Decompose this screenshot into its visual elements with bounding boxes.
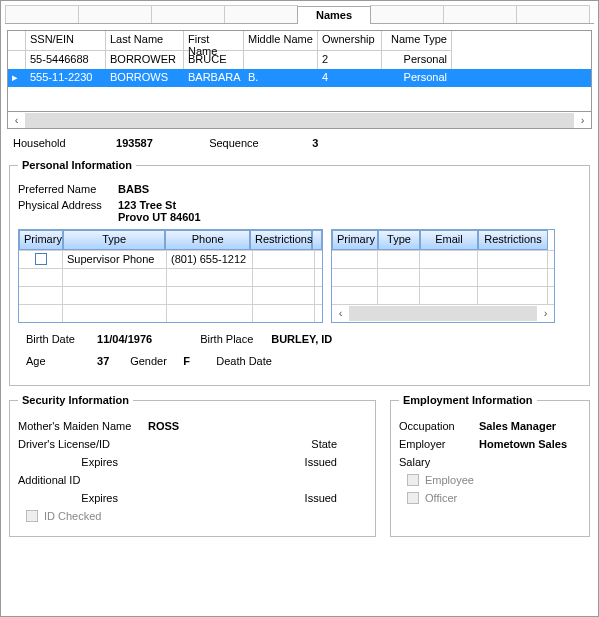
preferred-name-label: Preferred Name	[18, 183, 118, 195]
occupation-value: Sales Manager	[479, 420, 556, 432]
scroll-left-icon[interactable]: ‹	[8, 114, 25, 126]
id-checked-checkbox[interactable]	[26, 510, 38, 522]
scroll-right-icon[interactable]: ›	[574, 114, 591, 126]
phone-primary-checkbox[interactable]	[35, 253, 47, 265]
scroll-left-icon[interactable]: ‹	[332, 307, 349, 319]
email-grid[interactable]: Primary Type Email Restrictions ‹ ›	[331, 229, 555, 323]
table-row[interactable]: 55-5446688 BORROWER BRUCE 2 Personal	[8, 51, 591, 69]
officer-checkbox[interactable]	[407, 492, 419, 504]
security-legend: Security Information	[18, 394, 133, 406]
phone-col-type[interactable]: Type	[63, 230, 165, 250]
names-grid-header: SSN/EIN Last Name First Name Middle Name…	[8, 31, 591, 51]
age-value: 37	[97, 355, 117, 367]
tab-bar: Names	[5, 5, 594, 24]
tab-blank-1[interactable]	[5, 5, 79, 23]
tab-blank-7[interactable]	[516, 5, 590, 23]
tab-blank-5[interactable]	[370, 5, 444, 23]
phone-grid[interactable]: Primary Type Phone Restrictions Supervis…	[18, 229, 323, 323]
col-ownership[interactable]: Ownership	[318, 31, 382, 51]
occupation-label: Occupation	[399, 420, 479, 432]
scroll-right-icon[interactable]: ›	[537, 307, 554, 319]
salary-label: Salary	[399, 456, 479, 468]
maiden-label: Mother's Maiden Name	[18, 420, 148, 432]
email-col-type[interactable]: Type	[378, 230, 420, 250]
col-last[interactable]: Last Name	[106, 31, 184, 51]
birth-place-value: BURLEY, ID	[271, 333, 332, 345]
death-date-label: Death Date	[216, 355, 284, 367]
col-ssn[interactable]: SSN/EIN	[26, 31, 106, 51]
email-col-primary[interactable]: Primary	[332, 230, 378, 250]
household-row: Household 193587 Sequence 3	[13, 137, 586, 149]
expires-label-2: Expires	[18, 492, 148, 504]
state-label: State	[257, 438, 367, 450]
address-label: Physical Address	[18, 199, 118, 211]
col-nametype[interactable]: Name Type	[382, 31, 452, 51]
tab-blank-6[interactable]	[443, 5, 517, 23]
col-first[interactable]: First Name	[184, 31, 244, 51]
employer-value: Hometown Sales	[479, 438, 567, 450]
tab-blank-2[interactable]	[78, 5, 152, 23]
gender-value: F	[183, 355, 203, 367]
address-value: 123 Tree St Provo UT 84601	[118, 199, 201, 223]
id-checked-label: ID Checked	[44, 510, 101, 522]
dl-label: Driver's License/ID	[18, 438, 148, 450]
email-col-restrictions[interactable]: Restrictions	[478, 230, 548, 250]
birth-place-label: Birth Place	[200, 333, 268, 345]
email-col-email[interactable]: Email	[420, 230, 478, 250]
issued-label-2: Issued	[257, 492, 367, 504]
tab-names[interactable]: Names	[297, 6, 371, 24]
gender-label: Gender	[130, 355, 180, 367]
household-value: 193587	[116, 137, 206, 149]
age-label: Age	[26, 355, 94, 367]
employment-info-group: Employment Information Occupation Sales …	[390, 394, 590, 537]
tab-blank-4[interactable]	[224, 5, 298, 23]
sequence-label: Sequence	[209, 137, 309, 149]
officer-label: Officer	[425, 492, 457, 504]
personal-legend: Personal Information	[18, 159, 136, 171]
expires-label-1: Expires	[18, 456, 148, 468]
household-label: Household	[13, 137, 113, 149]
employee-label: Employee	[425, 474, 474, 486]
phone-col-phone[interactable]: Phone	[165, 230, 250, 250]
email-grid-scrollbar[interactable]: ‹ ›	[332, 304, 554, 321]
phone-col-primary[interactable]: Primary	[19, 230, 63, 250]
phone-row[interactable]: Supervisor Phone (801) 655-1212	[19, 250, 322, 268]
names-grid[interactable]: SSN/EIN Last Name First Name Middle Name…	[7, 30, 592, 112]
addl-id-label: Additional ID	[18, 474, 148, 486]
employee-checkbox[interactable]	[407, 474, 419, 486]
personal-info-group: Personal Information Preferred Name BABS…	[9, 159, 590, 386]
phone-col-restrictions[interactable]: Restrictions	[250, 230, 312, 250]
names-grid-scrollbar[interactable]: ‹ ›	[7, 112, 592, 129]
scroll-track[interactable]	[25, 113, 574, 128]
col-middle[interactable]: Middle Name	[244, 31, 318, 51]
birth-date-label: Birth Date	[26, 333, 94, 345]
employment-legend: Employment Information	[399, 394, 537, 406]
tab-blank-3[interactable]	[151, 5, 225, 23]
birth-date-value: 11/04/1976	[97, 333, 177, 345]
maiden-value: ROSS	[148, 420, 367, 432]
employer-label: Employer	[399, 438, 479, 450]
sequence-value: 3	[312, 137, 318, 149]
issued-label-1: Issued	[257, 456, 367, 468]
security-info-group: Security Information Mother's Maiden Nam…	[9, 394, 376, 537]
table-row-selected[interactable]: ▸ 555-11-2230 BORROWS BARBARA B. 4 Perso…	[8, 69, 591, 87]
preferred-name-value: BABS	[118, 183, 149, 195]
